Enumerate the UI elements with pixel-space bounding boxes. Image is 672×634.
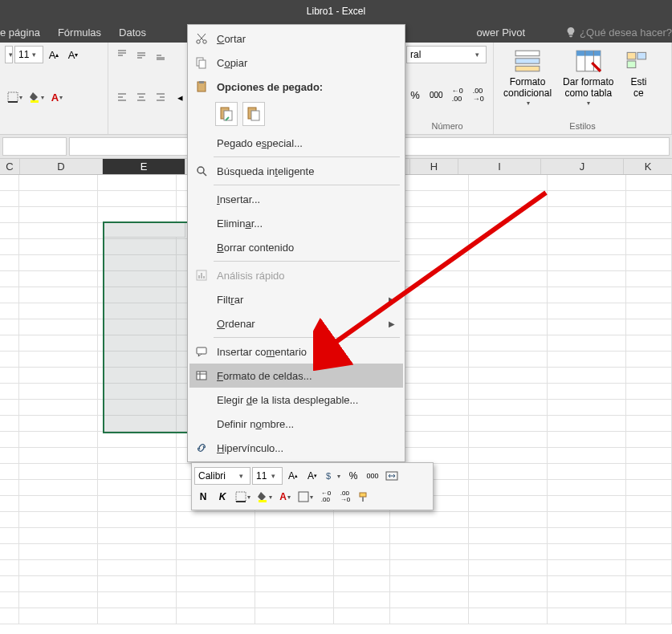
mini-borders[interactable]: ▾: [233, 488, 253, 506]
cm-paste-options-header: Opciones de pegado:: [189, 75, 403, 99]
decrease-font-button[interactable]: A▾: [64, 46, 82, 63]
tab-power-pivot[interactable]: ower Pivot: [476, 26, 525, 39]
percent-button[interactable]: %: [406, 86, 424, 104]
increase-font-button[interactable]: A▴: [45, 46, 63, 63]
cm-paste-special[interactable]: Pegado especial...: [189, 131, 403, 155]
styles-group: Formato condicional▾ Dar formato como ta…: [494, 43, 672, 134]
align-top-button[interactable]: [113, 46, 131, 63]
font-color-button[interactable]: A▾: [48, 88, 66, 106]
svg-rect-21: [515, 51, 540, 55]
mini-toolbar: Calibri▾ 11▾ A▴ A▾ $▾ % 000 N K ▾ ▾ A▾ ▾…: [191, 462, 434, 510]
svg-rect-53: [236, 492, 246, 502]
mini-increase-decimal[interactable]: ←0.00: [317, 488, 335, 506]
paste-values-button[interactable]: [242, 102, 265, 126]
increase-decimal-button[interactable]: ←0.00: [449, 86, 466, 104]
decrease-decimal-button[interactable]: .00→0: [470, 86, 487, 104]
tab-page-layout[interactable]: e página: [0, 26, 40, 39]
svg-rect-57: [360, 493, 366, 497]
svg-rect-47: [197, 347, 206, 354]
cm-define-name[interactable]: Definir nombre...: [189, 412, 403, 436]
cm-insert-comment[interactable]: Insertar comentario: [189, 339, 403, 364]
svg-rect-44: [198, 275, 200, 278]
paste-default-button[interactable]: [215, 102, 238, 126]
mini-font-color[interactable]: A▾: [276, 488, 294, 506]
number-group: ral▾ % 000 ←0.00 .00→0 Número: [401, 43, 494, 134]
cm-clear-contents[interactable]: Borrar contenido: [189, 235, 403, 259]
comment-icon: [193, 343, 210, 360]
svg-rect-25: [576, 51, 601, 55]
column-header-c[interactable]: C: [0, 159, 20, 174]
svg-rect-45: [201, 273, 202, 278]
mini-italic[interactable]: K: [214, 488, 231, 506]
conditional-formatting-button[interactable]: Formato condicional▾: [499, 46, 556, 107]
column-header-k[interactable]: K: [624, 159, 672, 174]
font-group-label: [5, 131, 103, 132]
align-bottom-button[interactable]: [152, 46, 169, 63]
thousands-button[interactable]: 000: [427, 86, 446, 104]
svg-text:$: $: [326, 471, 331, 481]
column-header-j[interactable]: J: [541, 159, 624, 174]
quick-analysis-icon: [193, 266, 210, 284]
align-center-button[interactable]: [132, 88, 150, 106]
clipboard-icon: [193, 78, 210, 96]
cm-format-cells[interactable]: Formato de celdas...: [189, 364, 403, 388]
svg-rect-58: [362, 497, 364, 502]
font-name-dropdown[interactable]: ▾: [5, 46, 13, 63]
svg-point-32: [203, 40, 206, 43]
cm-copy[interactable]: Copiar: [189, 51, 403, 75]
cm-sort[interactable]: Ordenar▶: [189, 311, 403, 335]
svg-line-42: [203, 173, 206, 176]
svg-rect-30: [628, 61, 637, 68]
cm-smart-lookup[interactable]: Búsqueda inteligente: [189, 159, 403, 183]
title-bar: Libro1 - Excel: [0, 0, 672, 22]
decrease-indent-button[interactable]: ◂: [171, 88, 189, 106]
svg-rect-0: [8, 92, 18, 102]
svg-rect-46: [203, 276, 205, 278]
mini-borders2[interactable]: ▾: [295, 488, 316, 506]
cm-filter[interactable]: Filtrar▶: [189, 287, 403, 311]
mini-font-size[interactable]: 11▾: [252, 467, 283, 485]
svg-rect-34: [199, 60, 206, 68]
align-middle-button[interactable]: [132, 46, 150, 63]
column-header-h[interactable]: H: [410, 159, 458, 174]
tell-me-search[interactable]: ¿Qué desea hacer?: [565, 26, 672, 39]
cm-hyperlink[interactable]: Hipervínculo...: [189, 436, 403, 460]
fill-color-button[interactable]: ▾: [26, 88, 47, 106]
mini-decrease-font[interactable]: A▾: [303, 467, 321, 485]
svg-rect-36: [199, 81, 204, 83]
column-header-i[interactable]: I: [458, 159, 541, 174]
tab-formulas[interactable]: Fórmulas: [58, 26, 101, 39]
mini-increase-font[interactable]: A▴: [284, 467, 302, 485]
column-header-e[interactable]: E: [103, 159, 185, 174]
mini-accounting-format[interactable]: $▾: [323, 467, 343, 485]
cm-insert[interactable]: Insertar...: [189, 187, 403, 211]
borders-button[interactable]: ▾: [5, 88, 25, 106]
align-left-button[interactable]: [113, 88, 131, 106]
format-as-table-button[interactable]: Dar formato como tabla▾: [558, 46, 618, 107]
mini-percent[interactable]: %: [344, 467, 362, 485]
cm-delete[interactable]: Eliminar...: [189, 211, 403, 235]
number-format-dropdown[interactable]: ral▾: [406, 46, 487, 63]
scissors-icon: [193, 30, 210, 47]
cm-pick-from-list[interactable]: Elegir de la lista desplegable...: [189, 388, 403, 412]
mini-fill-color[interactable]: ▾: [255, 488, 275, 506]
mini-format-painter[interactable]: [356, 488, 373, 506]
mini-font-name[interactable]: Calibri▾: [194, 467, 250, 485]
svg-rect-55: [259, 500, 267, 502]
mini-thousands[interactable]: 000: [364, 467, 381, 485]
svg-rect-40: [251, 111, 259, 120]
svg-rect-29: [637, 52, 646, 59]
context-menu: Cortar Copiar Opciones de pegado: Pegado…: [187, 24, 405, 462]
mini-merge[interactable]: [383, 467, 401, 485]
column-header-d[interactable]: D: [20, 159, 103, 174]
mini-bold[interactable]: N: [194, 488, 212, 506]
font-size-dropdown[interactable]: 11▾: [14, 46, 43, 63]
tab-data[interactable]: Datos: [119, 26, 146, 39]
number-group-label: Número: [406, 121, 488, 132]
align-right-button[interactable]: [152, 88, 169, 106]
name-box[interactable]: [2, 137, 67, 156]
cell-styles-button[interactable]: Esti ce: [620, 46, 657, 100]
mini-decrease-decimal[interactable]: .00→0: [336, 488, 354, 506]
conditional-formatting-icon: [514, 47, 541, 75]
cm-cut[interactable]: Cortar: [189, 26, 403, 51]
